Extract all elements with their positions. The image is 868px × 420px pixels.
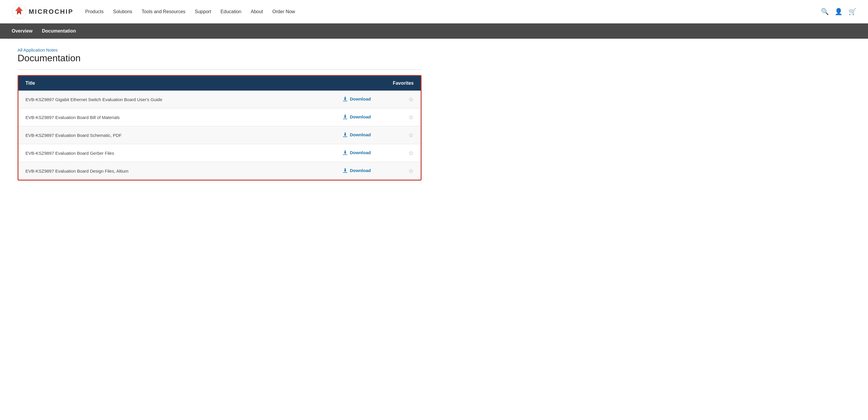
nav-education[interactable]: Education	[220, 9, 241, 15]
download-button-3[interactable]: Download	[342, 150, 371, 156]
favorite-star-2[interactable]: ☆	[408, 132, 414, 138]
svg-rect-4	[343, 154, 347, 155]
subnav: Overview Documentation	[0, 24, 868, 39]
download-icon	[342, 114, 348, 120]
favorites-cell-1: ☆	[386, 108, 421, 126]
favorite-star-0[interactable]: ☆	[408, 96, 414, 103]
svg-rect-2	[343, 118, 347, 119]
table-row: EVB-KSZ9897 Evaluation Board Schematic, …	[19, 126, 421, 144]
cart-icon[interactable]: 🛒	[848, 8, 856, 16]
download-button-2[interactable]: Download	[342, 132, 371, 138]
nav-order-now[interactable]: Order Now	[272, 9, 295, 15]
favorite-star-3[interactable]: ☆	[408, 150, 414, 156]
user-icon[interactable]: 👤	[835, 8, 842, 16]
download-cell-0: Download	[327, 90, 386, 108]
header-icons: 🔍 👤 🛒	[821, 8, 856, 16]
download-cell-3: Download	[327, 144, 386, 162]
favorites-cell-2: ☆	[386, 126, 421, 144]
row-title-0: EVB-KSZ9897 Gigabit Ethernet Switch Eval…	[19, 90, 327, 108]
download-cell-2: Download	[327, 126, 386, 144]
favorite-star-1[interactable]: ☆	[408, 114, 414, 120]
row-title-3: EVB-KSZ9897 Evaluation Board Gerber File…	[19, 144, 327, 162]
search-icon[interactable]: 🔍	[821, 8, 829, 16]
logo-text: MICROCHIP	[29, 8, 73, 16]
main-nav: Products Solutions Tools and Resources S…	[85, 9, 815, 15]
download-button-1[interactable]: Download	[342, 114, 371, 120]
download-icon	[342, 150, 348, 156]
page-title: Documentation	[18, 53, 422, 64]
download-icon	[342, 132, 348, 138]
nav-about[interactable]: About	[251, 9, 263, 15]
nav-support[interactable]: Support	[195, 9, 211, 15]
download-cell-1: Download	[327, 108, 386, 126]
table-row: EVB-KSZ9897 Evaluation Board Gerber File…	[19, 144, 421, 162]
download-button-0[interactable]: Download	[342, 96, 371, 102]
subnav-overview[interactable]: Overview	[12, 27, 32, 35]
svg-rect-5	[343, 172, 347, 173]
documentation-table-wrapper: Title Favorites EVB-KSZ9897 Gigabit Ethe…	[18, 75, 422, 180]
row-title-2: EVB-KSZ9897 Evaluation Board Schematic, …	[19, 126, 327, 144]
column-favorites: Favorites	[386, 76, 421, 90]
svg-rect-3	[343, 136, 347, 137]
main-content: All Application Notes Documentation Titl…	[0, 39, 439, 198]
svg-rect-1	[343, 101, 347, 101]
table-header-row: Title Favorites	[19, 76, 421, 90]
nav-solutions[interactable]: Solutions	[113, 9, 132, 15]
documentation-table: Title Favorites EVB-KSZ9897 Gigabit Ethe…	[19, 76, 421, 180]
table-row: EVB-KSZ9897 Evaluation Board Design File…	[19, 162, 421, 180]
favorites-cell-0: ☆	[386, 90, 421, 108]
logo[interactable]: MICROCHIP	[12, 4, 73, 19]
row-title-4: EVB-KSZ9897 Evaluation Board Design File…	[19, 162, 327, 180]
column-title: Title	[19, 76, 327, 90]
divider	[18, 69, 422, 70]
row-title-1: EVB-KSZ9897 Evaluation Board Bill of Mat…	[19, 108, 327, 126]
table-row: EVB-KSZ9897 Gigabit Ethernet Switch Eval…	[19, 90, 421, 108]
header: MICROCHIP Products Solutions Tools and R…	[0, 0, 868, 24]
download-button-4[interactable]: Download	[342, 168, 371, 173]
favorites-cell-3: ☆	[386, 144, 421, 162]
favorite-star-4[interactable]: ☆	[408, 168, 414, 174]
breadcrumb-all-app-notes[interactable]: All Application Notes	[18, 48, 58, 53]
subnav-documentation[interactable]: Documentation	[42, 27, 76, 35]
microchip-logo-icon	[12, 4, 26, 19]
favorites-cell-4: ☆	[386, 162, 421, 180]
nav-products[interactable]: Products	[85, 9, 104, 15]
table-row: EVB-KSZ9897 Evaluation Board Bill of Mat…	[19, 108, 421, 126]
column-download-spacer	[327, 76, 386, 90]
download-icon	[342, 96, 348, 102]
download-cell-4: Download	[327, 162, 386, 180]
download-icon	[342, 168, 348, 173]
nav-tools-resources[interactable]: Tools and Resources	[142, 9, 185, 15]
